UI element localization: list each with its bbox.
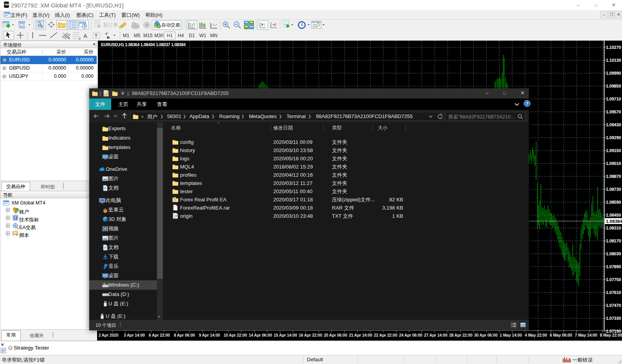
svg-text:1.08384: 1.08384 bbox=[606, 219, 622, 224]
svg-text:1.09990: 1.09990 bbox=[606, 71, 621, 75]
svg-text:1.07750: 1.07750 bbox=[606, 277, 621, 282]
svg-text:1.08310: 1.08310 bbox=[606, 226, 621, 230]
svg-text:14 Apr 06:00: 14 Apr 06:00 bbox=[249, 333, 272, 337]
svg-text:1.08730: 1.08730 bbox=[606, 187, 621, 192]
svg-text:1.09850: 1.09850 bbox=[606, 84, 621, 88]
svg-text:1.09150: 1.09150 bbox=[606, 148, 621, 153]
svg-text:1.09570: 1.09570 bbox=[606, 109, 621, 114]
svg-text:3 Apr 14:00: 3 Apr 14:00 bbox=[124, 333, 145, 337]
svg-text:T: T bbox=[95, 33, 97, 38]
svg-text:1.07610: 1.07610 bbox=[606, 290, 621, 295]
svg-text:9 Apr 14:00: 9 Apr 14:00 bbox=[199, 333, 220, 337]
svg-text:EURUSD,H1 1.08364 1.08404 1.0: EURUSD,H1 1.08364 1.08404 1.08337 1.0838… bbox=[101, 42, 186, 47]
svg-text:21 Apr 14:00: 21 Apr 14:00 bbox=[349, 333, 372, 337]
svg-text:15 Apr 14:00: 15 Apr 14:00 bbox=[274, 333, 297, 337]
svg-text:16 Apr 22:00: 16 Apr 22:00 bbox=[299, 333, 322, 337]
svg-text:1.10270: 1.10270 bbox=[606, 45, 621, 50]
svg-text:8 May 22:00: 8 May 22:00 bbox=[600, 333, 622, 337]
svg-text:新订单: 新订单 bbox=[103, 22, 118, 28]
svg-text:1.09710: 1.09710 bbox=[606, 97, 621, 101]
svg-text:1.09290: 1.09290 bbox=[606, 135, 621, 140]
svg-text:20 Apr 06:00: 20 Apr 06:00 bbox=[324, 333, 347, 337]
svg-text:6 May 06:00: 6 May 06:00 bbox=[550, 333, 572, 337]
svg-text:2 Apr 2020: 2 Apr 2020 bbox=[99, 333, 119, 337]
svg-text:28 Apr 22:00: 28 Apr 22:00 bbox=[449, 333, 472, 337]
svg-text:1.09430: 1.09430 bbox=[606, 122, 621, 127]
svg-text:1.08870: 1.08870 bbox=[606, 174, 621, 179]
svg-text:1.08030: 1.08030 bbox=[606, 251, 621, 256]
svg-text:1.07890: 1.07890 bbox=[606, 264, 621, 269]
svg-text:A: A bbox=[83, 32, 87, 39]
svg-text:1 May 14:00: 1 May 14:00 bbox=[500, 333, 522, 337]
svg-text:24 Apr 06:00: 24 Apr 06:00 bbox=[399, 333, 422, 337]
svg-text:8 Apr 06:00: 8 Apr 06:00 bbox=[174, 333, 195, 337]
svg-text:6 Apr 22:00: 6 Apr 22:00 bbox=[149, 333, 170, 337]
svg-text:10 Apr 22:00: 10 Apr 22:00 bbox=[224, 333, 247, 337]
svg-text:7 May 14:00: 7 May 14:00 bbox=[575, 333, 597, 337]
svg-text:F: F bbox=[79, 37, 81, 41]
svg-text:E: E bbox=[68, 36, 70, 40]
svg-text:1.08450: 1.08450 bbox=[606, 213, 621, 217]
svg-text:22 Apr 22:00: 22 Apr 22:00 bbox=[374, 333, 397, 337]
svg-text:1.07470: 1.07470 bbox=[606, 303, 621, 308]
svg-text:1.10130: 1.10130 bbox=[606, 58, 621, 63]
svg-text:1.08170: 1.08170 bbox=[606, 238, 621, 243]
svg-text:自动交易: 自动交易 bbox=[161, 22, 180, 28]
svg-text:$: $ bbox=[15, 210, 17, 213]
svg-text:30 Apr 06:00: 30 Apr 06:00 bbox=[474, 333, 498, 337]
svg-text:1.08590: 1.08590 bbox=[606, 200, 621, 204]
svg-text:1.09010: 1.09010 bbox=[606, 161, 621, 166]
svg-text:27 Apr 14:00: 27 Apr 14:00 bbox=[424, 333, 447, 337]
svg-text:4 May 22:00: 4 May 22:00 bbox=[525, 333, 547, 337]
svg-text:1.07330: 1.07330 bbox=[606, 316, 621, 321]
